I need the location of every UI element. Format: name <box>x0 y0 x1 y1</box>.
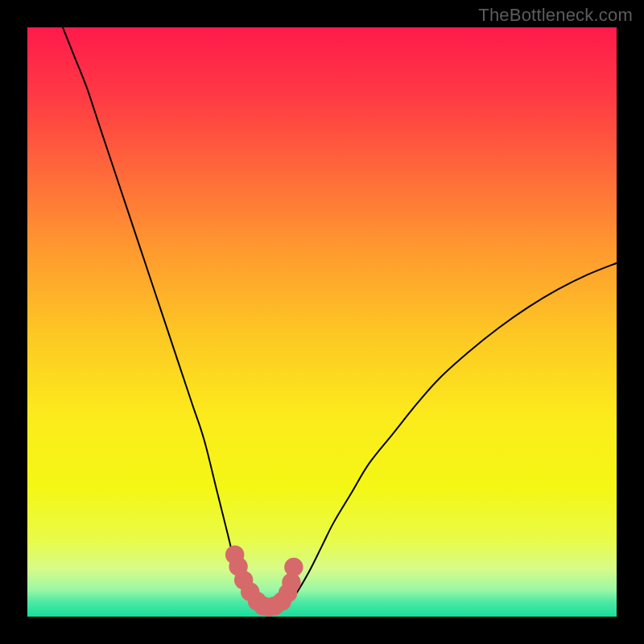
curve-marker <box>284 558 303 576</box>
watermark-label: TheBottleneck.com <box>478 5 633 26</box>
plot-area <box>27 27 617 617</box>
marker-group <box>225 545 303 617</box>
bottleneck-curve <box>27 27 617 617</box>
chart-frame: TheBottleneck.com <box>0 0 644 644</box>
